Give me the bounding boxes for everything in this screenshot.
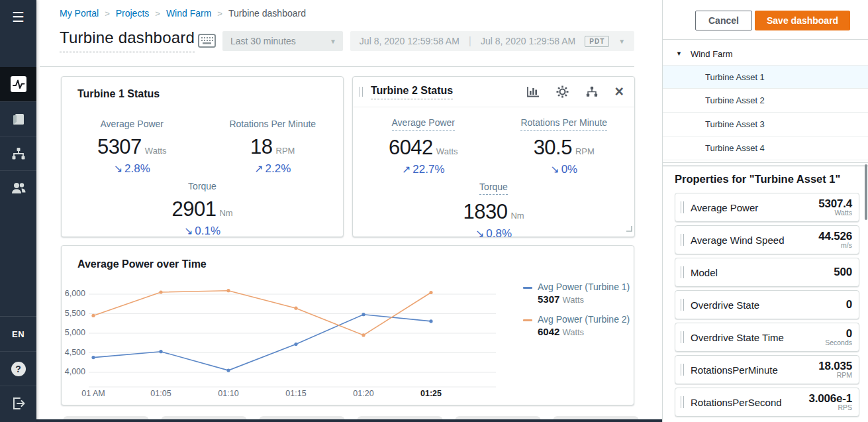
tree-item-turbine-asset-3[interactable]: Turbine Asset 3 (663, 113, 868, 136)
property-value: 0 (846, 299, 852, 311)
metric-trend: ↘2.8% (62, 162, 203, 176)
property-card-overdrive-state[interactable]: Overdrive State0 (675, 290, 859, 319)
property-card-rotationsperminute[interactable]: RotationsPerMinute18.035RPM (675, 355, 859, 384)
legend-series-name: Avg Power (Turbine 1) (538, 282, 630, 292)
property-unit: m/s (818, 242, 852, 249)
resize-handle[interactable] (626, 223, 632, 235)
property-card-model[interactable]: Model500 (675, 258, 859, 287)
app-root: ☰ (0, 0, 868, 422)
close-icon[interactable]: × (615, 84, 624, 99)
language-button[interactable]: EN (0, 317, 36, 351)
panel-divider (663, 39, 868, 40)
timezone-badge: PDT (585, 36, 609, 47)
keyboard-shortcuts-icon[interactable] (198, 34, 216, 50)
metric-value-line: 2901Nm (62, 197, 343, 221)
drag-handle[interactable] (681, 201, 684, 213)
legend-value-line: 6042Watts (538, 326, 630, 338)
chevron-down-icon: ▼ (330, 38, 336, 45)
sidebar-item-users[interactable] (0, 170, 36, 205)
breadcrumb-item[interactable]: Wind Farm (166, 8, 211, 19)
breadcrumb-item: Turbine dashboard (228, 8, 306, 19)
sidebar-item-portal[interactable] (0, 101, 36, 136)
chevron-down-icon: ▼ (618, 38, 625, 45)
metric-value-line: 1830Nm (353, 200, 634, 224)
metric-unit: Nm (219, 208, 232, 218)
save-dashboard-button[interactable]: Save dashboard (755, 11, 850, 30)
x-tick-label: 01:25 (408, 389, 454, 398)
metric-average-power: Average Power6042Watts↗22.7% (353, 117, 494, 176)
trend-down-icon: ↘ (114, 163, 122, 174)
tree-node-wind-farm[interactable]: ▼ Wind Farm (663, 44, 868, 64)
sidebar-item-dashboards[interactable] (0, 67, 36, 101)
metrics-top-row: Average Power5307Watts↘2.8%Rotations Per… (62, 118, 343, 176)
date-range-picker[interactable]: Jul 8, 2020 12:59:58 AM | Jul 8, 2020 1:… (350, 31, 634, 51)
asset-list: Turbine Asset 1Turbine Asset 2Turbine As… (663, 65, 868, 160)
metric-label[interactable]: Average Power (392, 117, 455, 131)
drag-handle[interactable] (681, 266, 684, 278)
breadcrumb-item[interactable]: My Portal (60, 8, 99, 19)
edit-panel: Cancel Save dashboard ▼ Wind Farm Turbin… (662, 0, 868, 422)
metric-value-line: 5307Watts (62, 135, 203, 159)
legend-value: 5307 (538, 293, 559, 305)
legend-unit: Watts (562, 295, 584, 305)
page-title[interactable]: Turbine dashboard (60, 28, 195, 52)
tree-item-turbine-asset-4[interactable]: Turbine Asset 4 (663, 136, 868, 160)
drag-handle[interactable] (681, 364, 684, 376)
sidebar: ☰ (0, 0, 36, 422)
property-value: 500 (834, 266, 852, 278)
y-tick-label: 6,000 (62, 289, 85, 298)
property-name: RotationsPerSecond (691, 397, 808, 408)
property-card-average-power[interactable]: Average Power5307.4Watts (675, 193, 859, 222)
chart-type-icon[interactable] (527, 86, 540, 97)
widget-title[interactable]: Turbine 2 Status (371, 85, 453, 99)
metric-label: Rotations Per Minute (229, 119, 316, 129)
gear-icon[interactable] (556, 85, 569, 98)
sign-out-button[interactable] (0, 386, 36, 420)
cancel-button[interactable]: Cancel (695, 11, 752, 30)
property-name: Average Power (691, 202, 818, 213)
tree-item-turbine-asset-1[interactable]: Turbine Asset 1 (663, 65, 868, 89)
menu-icon[interactable]: ☰ (0, 3, 36, 32)
time-range-select[interactable]: Last 30 minutes ▼ (222, 31, 343, 51)
metric-trend: ↘0.8% (353, 227, 634, 240)
drag-handle[interactable] (681, 299, 684, 311)
property-card-average-wind-speed[interactable]: Average Wind Speed44.526m/s (675, 225, 859, 254)
end-time: Jul 8, 2020 1:29:58 AM (481, 36, 575, 46)
metric-label[interactable]: Rotations Per Minute (520, 117, 607, 131)
panel-scrollbar[interactable] (865, 164, 867, 220)
property-card-overdrive-state-time[interactable]: Overdrive State Time0Seconds (675, 323, 859, 352)
tree-item-turbine-asset-2[interactable]: Turbine Asset 2 (663, 89, 868, 113)
asset-tree-icon (11, 147, 26, 160)
breadcrumb: My Portal>Projects>Wind Farm>Turbine das… (60, 8, 306, 19)
legend-value-line: 5307Watts (538, 293, 630, 305)
legend-text: Avg Power (Turbine 2)6042Watts (538, 314, 630, 338)
breadcrumb-item[interactable]: Projects (116, 8, 150, 19)
property-unit: RPM (818, 372, 852, 379)
metrics-top-row: Average Power6042Watts↗22.7%Rotations Pe… (353, 117, 634, 176)
metrics: Average Power6042Watts↗22.7%Rotations Pe… (353, 117, 634, 240)
drag-handle[interactable] (681, 331, 684, 343)
property-value-block: 3.006e-1RPS (808, 393, 852, 412)
drag-handle[interactable] (681, 234, 684, 246)
metric-value: 30.5 (534, 136, 572, 159)
help-button[interactable]: ? (0, 351, 36, 386)
divider: | (469, 35, 471, 47)
sidebar-nav (0, 67, 36, 205)
breadcrumb-separator-icon: > (217, 9, 222, 19)
property-card-rotationspersecond[interactable]: RotationsPerSecond3.006e-1RPS (675, 388, 859, 417)
users-icon (11, 182, 26, 195)
dashboard-pulse-icon (10, 76, 27, 93)
chart-legend: Avg Power (Turbine 1)5307WattsAvg Power … (523, 282, 630, 346)
time-range-value: Last 30 minutes (230, 36, 330, 46)
property-value-block: 18.035RPM (818, 360, 852, 380)
drag-handle[interactable] (681, 396, 684, 408)
metric-label[interactable]: Torque (479, 182, 508, 195)
asset-tree-icon[interactable] (585, 86, 599, 97)
property-value: 44.526 (818, 231, 852, 242)
drag-handle[interactable] (360, 87, 363, 97)
y-tick-label: 5,000 (62, 328, 85, 337)
trend-value: 0.8% (486, 227, 512, 240)
sidebar-item-asset-tree[interactable] (0, 136, 36, 170)
y-tick-label: 5,500 (62, 309, 85, 318)
breadcrumb-separator-icon: > (155, 9, 160, 19)
